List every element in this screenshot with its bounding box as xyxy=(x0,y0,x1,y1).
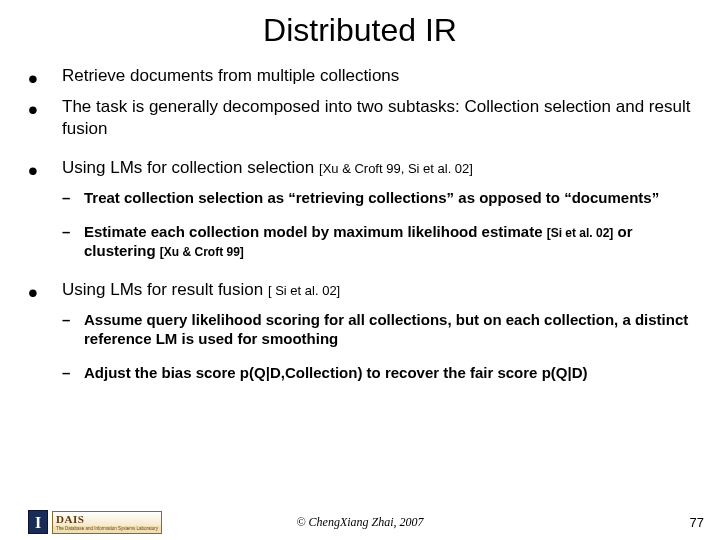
logo-block: I DAIS The Database and Information Syst… xyxy=(28,510,162,534)
bullet-item: Retrieve documents from multiple collect… xyxy=(28,65,692,86)
sub-list: Assume query likelihood scoring for all … xyxy=(62,310,692,383)
bullet-text: Using LMs for result fusion xyxy=(62,280,268,299)
sub-text: Treat collection selection as “retrievin… xyxy=(84,189,659,206)
bullet-text: Retrieve documents from multiple collect… xyxy=(62,66,399,85)
sub-item: Estimate each collection model by maximu… xyxy=(62,222,692,261)
sub-text: Assume query likelihood scoring for all … xyxy=(84,311,688,348)
sub-item: Treat collection selection as “retrievin… xyxy=(62,188,692,208)
sub-item: Assume query likelihood scoring for all … xyxy=(62,310,692,349)
bullet-list: Retrieve documents from multiple collect… xyxy=(28,65,692,382)
citation: [Si et al. 02] xyxy=(547,226,614,240)
citation: [Xu & Croft 99, Si et al. 02] xyxy=(319,161,473,176)
citation: [Xu & Croft 99] xyxy=(160,245,244,259)
dais-logo-subtext: The Database and Information Systems Lab… xyxy=(53,526,161,533)
bullet-text: The task is generally decomposed into tw… xyxy=(62,97,690,137)
page-number: 77 xyxy=(690,515,704,530)
sub-text: Adjust the bias score p(Q|D,Collection) … xyxy=(84,364,587,381)
bullet-item: Using LMs for collection selection [Xu &… xyxy=(28,157,692,261)
dais-logo-text: DAIS xyxy=(53,512,161,526)
citation: [ Si et al. 02] xyxy=(268,283,340,298)
bullet-text: Using LMs for collection selection xyxy=(62,158,319,177)
copyright-text: © ChengXiang Zhai, 2007 xyxy=(296,515,423,530)
sub-item: Adjust the bias score p(Q|D,Collection) … xyxy=(62,363,692,383)
illinois-logo-icon: I xyxy=(28,510,48,534)
slide-title: Distributed IR xyxy=(28,12,692,49)
bullet-item: Using LMs for result fusion [ Si et al. … xyxy=(28,279,692,383)
sub-text: Estimate each collection model by maximu… xyxy=(84,223,547,240)
bullet-item: The task is generally decomposed into tw… xyxy=(28,96,692,139)
slide-footer: I DAIS The Database and Information Syst… xyxy=(0,506,720,534)
dais-logo: DAIS The Database and Information System… xyxy=(52,511,162,534)
sub-list: Treat collection selection as “retrievin… xyxy=(62,188,692,261)
